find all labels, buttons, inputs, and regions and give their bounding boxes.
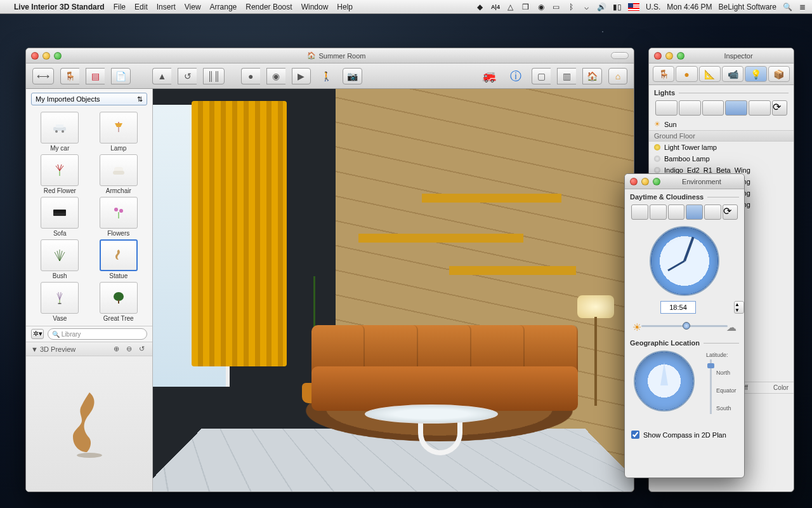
preset-custom[interactable]: ⟳ [772,100,787,116]
inspector-min[interactable] [665,52,673,60]
menu-insert[interactable]: Insert [157,3,176,11]
object-vase[interactable]: Vase [32,282,88,322]
view-2d-button[interactable]: ▢ [532,68,551,84]
light-row-1[interactable]: Bamboo Lamp [649,153,794,164]
object-my-car[interactable]: My car [32,112,88,152]
object-bush[interactable]: Bush [32,239,88,279]
menu-arrange[interactable]: Arrange [210,3,237,11]
select-tool[interactable]: ▲ [152,68,171,84]
menubar-vendor[interactable]: BeLight Software [719,3,776,11]
menu-help[interactable]: Help [337,3,353,11]
app-name[interactable]: Live Interior 3D Standard [14,3,105,11]
volume-icon[interactable]: 🔊 [598,3,606,11]
time-stepper[interactable]: ▲▼ [734,301,744,314]
env-preset-night[interactable] [704,204,721,220]
library-furniture-button[interactable]: 🪑 [60,68,79,84]
status-icon[interactable]: ◆ [476,3,485,11]
light-row-0[interactable]: Light Tower lamp [649,142,794,153]
preview-pane[interactable] [26,356,152,491]
inspector-titlebar[interactable]: Inspector [649,48,794,64]
spotlight-icon[interactable]: 🔍 [783,3,792,11]
tab-building[interactable]: 📦 [768,66,790,82]
object-flowers[interactable]: Flowers [91,197,147,237]
env-zoom[interactable] [653,178,660,185]
dropbox-icon[interactable]: ❒ [521,3,530,11]
object-sofa[interactable]: Sofa [32,197,88,237]
library-actions-menu[interactable]: ✲▾ [31,329,44,339]
drive-icon[interactable]: △ [506,3,515,11]
toolbar-toggle[interactable] [611,52,629,59]
object-red-flower[interactable]: Red Flower [32,154,88,194]
preset-night[interactable] [749,100,771,116]
time-clock[interactable] [650,226,719,296]
preview-zoom-controls[interactable]: ⊕ ⊖ ↺ [114,345,147,353]
show-compass-checkbox[interactable]: Show Compass in 2D Plan [625,427,744,443]
export-3d-button[interactable]: 🚒 [478,68,500,84]
preview-disclosure[interactable]: ▼ 3D Preview [31,345,75,353]
env-preset-morning[interactable] [650,204,667,220]
object-armchair[interactable]: Armchair [91,154,147,194]
preset-evening[interactable] [725,100,747,116]
info-button[interactable]: ⓘ [506,68,525,84]
latitude-slider[interactable]: Latitude: North Equator South [706,351,738,420]
minimize-button[interactable] [43,52,50,60]
menubar-clock[interactable]: Mon 4:46 PM [667,3,712,11]
menu-view[interactable]: View [185,3,201,11]
sync-icon[interactable]: ◉ [537,3,546,11]
document-titlebar[interactable]: 🏠 Summer Room [26,48,634,64]
env-min[interactable] [641,178,649,185]
input-flag-icon[interactable] [628,3,639,11]
tab-lights[interactable]: 💡 [745,66,766,82]
menu-file[interactable]: File [114,3,126,11]
menu-edit[interactable]: Edit [134,3,148,11]
env-preset-dawn[interactable] [631,204,648,220]
inspector-zoom[interactable] [677,52,684,60]
time-input[interactable]: 18:54 [660,301,696,314]
preset-dawn[interactable] [655,100,678,116]
view-split-button[interactable]: ▥ [557,68,576,84]
view-3d-button[interactable]: 🏠 [582,68,602,84]
library-project-button[interactable]: 📄 [111,68,131,84]
menu-window[interactable]: Window [301,3,329,11]
light-sun[interactable]: ☀Sun [649,118,794,130]
library-search[interactable]: 🔍 Library [48,328,147,340]
zoom-button[interactable] [54,52,62,60]
library-category-select[interactable]: My Imported Objects ⇅ [31,93,147,105]
tab-measurements[interactable]: 📐 [699,66,721,82]
display-icon[interactable]: ▭ [552,3,561,11]
tab-cameras[interactable]: 📹 [722,66,743,82]
bluetooth-icon[interactable]: ᛒ [567,3,576,11]
preset-morning[interactable] [679,100,701,116]
wall-tool[interactable]: ║║ [203,68,225,84]
notifications-icon[interactable]: ≣ [798,3,807,11]
close-button[interactable] [31,52,39,60]
object-great-tree[interactable]: Great Tree [91,282,147,322]
compass[interactable] [634,351,695,411]
env-close[interactable] [630,178,638,185]
home-button[interactable]: ⌂ [608,68,627,84]
camera-button[interactable]: 📷 [343,68,362,84]
env-preset-custom[interactable]: ⟳ [723,204,738,220]
preset-noon[interactable] [702,100,724,116]
cloudiness-slider[interactable]: ☀ ☁ [632,321,737,330]
menu-render-boost[interactable]: Render Boost [246,3,292,11]
tab-object[interactable]: 🪑 [653,66,674,82]
record-button[interactable]: ● [241,68,260,84]
input-locale[interactable]: U.S. [646,3,660,11]
battery-icon[interactable]: ▮▯ [613,3,622,11]
rotate-tool[interactable]: ↺ [178,68,197,84]
inspector-close[interactable] [654,52,662,60]
object-lamp[interactable]: Lamp [91,112,147,152]
wifi-icon[interactable]: ⌵ [582,3,591,11]
tab-materials[interactable]: ● [676,66,697,82]
env-preset-evening[interactable] [686,204,703,220]
play-button[interactable]: ▶ [292,68,311,84]
walk-icon[interactable]: 🚶 [317,68,336,84]
3d-viewport[interactable] [153,89,634,491]
adobe-icon[interactable]: A|4 [491,3,500,11]
object-statue[interactable]: Statue [91,239,147,279]
env-preset-noon[interactable] [668,204,685,220]
library-materials-button[interactable]: ▤ [86,68,105,84]
environment-titlebar[interactable]: Environment [625,174,744,189]
show-compass-input[interactable] [631,431,639,439]
